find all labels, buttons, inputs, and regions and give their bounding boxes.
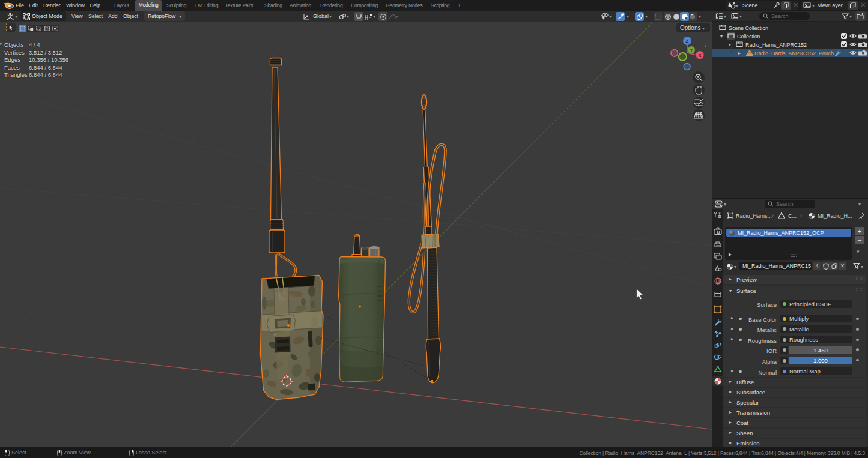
svg-text:X: X [698,53,701,58]
svg-text:Y: Y [690,47,693,53]
svg-text:Z: Z [686,38,689,44]
